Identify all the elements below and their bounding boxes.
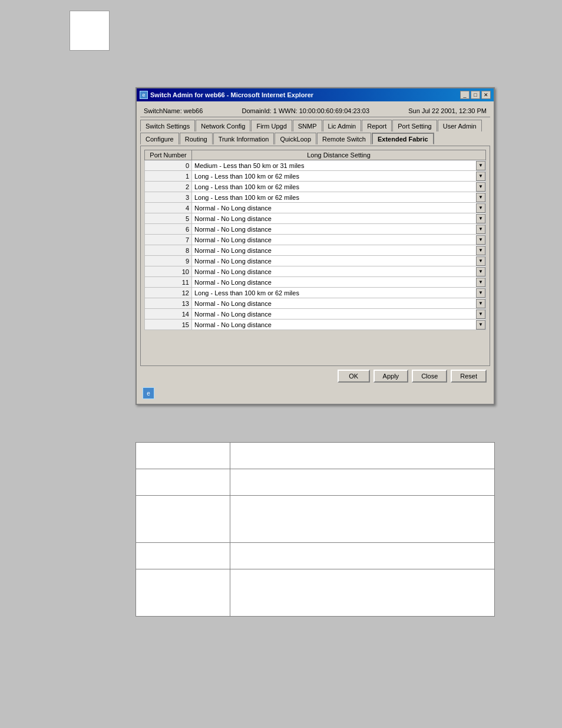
tab-report[interactable]: Report <box>362 120 392 131</box>
setting-cell[interactable]: Normal - No Long distance▼ <box>192 319 486 330</box>
setting-cell[interactable]: Long - Less than 100 km or 62 miles▼ <box>192 182 486 192</box>
dropdown-arrow-icon[interactable]: ▼ <box>476 182 485 192</box>
tab-switch-settings[interactable]: Switch Settings <box>140 120 195 131</box>
setting-cell[interactable]: Normal - No Long distance▼ <box>192 266 486 277</box>
tab-user-admin[interactable]: User Admin <box>438 120 482 131</box>
dropdown-arrow-icon[interactable]: ▼ <box>476 235 485 245</box>
setting-cell[interactable]: Normal - No Long distance▼ <box>192 277 486 288</box>
table-cell <box>230 543 495 569</box>
port-number-cell: 0 <box>145 160 192 171</box>
dropdown-arrow-icon[interactable]: ▼ <box>476 225 485 234</box>
tab-firm-upgd[interactable]: Firm Upgd <box>251 120 292 131</box>
tab-configure[interactable]: Configure <box>140 133 179 144</box>
tab-quickloop[interactable]: QuickLoop <box>275 133 316 144</box>
setting-cell[interactable]: Normal - No Long distance▼ <box>192 256 486 266</box>
title-bar-left: e Switch Admin for web66 - Microsoft Int… <box>140 91 313 99</box>
port-settings-table: Port Number Long Distance Setting 0Mediu… <box>144 150 486 330</box>
tab-routing[interactable]: Routing <box>180 133 213 144</box>
list-item <box>136 469 495 496</box>
close-button[interactable]: ✕ <box>481 91 491 99</box>
close-button-action[interactable]: Close <box>412 370 447 383</box>
table-row: 13Normal - No Long distance▼ <box>145 298 486 309</box>
tab-port-setting[interactable]: Port Setting <box>392 120 437 131</box>
dropdown-arrow-icon[interactable]: ▼ <box>476 214 485 223</box>
port-number-cell: 9 <box>145 256 192 266</box>
dropdown-arrow-icon[interactable]: ▼ <box>476 309 485 319</box>
bottom-plain-table <box>135 442 495 617</box>
setting-cell[interactable]: Normal - No Long distance▼ <box>192 235 486 245</box>
setting-cell[interactable]: Normal - No Long distance▼ <box>192 309 486 319</box>
table-row: 6Normal - No Long distance▼ <box>145 224 486 235</box>
port-number-cell: 12 <box>145 288 192 298</box>
tab-remote-switch[interactable]: Remote Switch <box>317 133 371 144</box>
top-white-rectangle <box>70 11 110 51</box>
dropdown-arrow-icon[interactable]: ▼ <box>476 278 485 287</box>
dropdown-arrow-icon[interactable]: ▼ <box>476 288 485 298</box>
table-cell <box>136 469 230 496</box>
dropdown-arrow-icon[interactable]: ▼ <box>476 193 485 202</box>
dropdown-arrow-icon[interactable]: ▼ <box>476 203 485 213</box>
port-number-cell: 4 <box>145 203 192 213</box>
list-item <box>136 569 495 617</box>
port-number-cell: 6 <box>145 224 192 235</box>
dropdown-arrow-icon[interactable]: ▼ <box>476 161 485 170</box>
setting-cell[interactable]: Normal - No Long distance▼ <box>192 298 486 309</box>
dropdown-arrow-icon[interactable]: ▼ <box>476 299 485 308</box>
dropdown-arrow-icon[interactable]: ▼ <box>476 246 485 255</box>
title-bar: e Switch Admin for web66 - Microsoft Int… <box>137 88 494 101</box>
table-row: 5Normal - No Long distance▼ <box>145 213 486 224</box>
port-number-cell: 15 <box>145 319 192 330</box>
tab-row-2-container: Configure Routing Trunk Information Quic… <box>140 133 490 144</box>
table-cell <box>136 543 230 569</box>
domain-wwn: DomainId: 1 WWN: 10:00:00:60:69:04:23:03 <box>242 107 369 114</box>
setting-cell[interactable]: Normal - No Long distance▼ <box>192 213 486 224</box>
setting-cell[interactable]: Long - Less than 100 km or 62 miles▼ <box>192 171 486 182</box>
tab-snmp[interactable]: SNMP <box>293 120 322 131</box>
port-number-cell: 11 <box>145 277 192 288</box>
table-cell <box>230 496 495 543</box>
table-cell <box>230 443 495 469</box>
tab-extended-fabric[interactable]: Extended Fabric <box>372 133 434 144</box>
port-number-cell: 13 <box>145 298 192 309</box>
apply-button[interactable]: Apply <box>373 370 409 383</box>
ok-button[interactable]: OK <box>338 370 370 383</box>
dropdown-arrow-icon[interactable]: ▼ <box>476 320 485 330</box>
setting-cell[interactable]: Normal - No Long distance▼ <box>192 245 486 256</box>
dropdown-arrow-icon[interactable]: ▼ <box>476 267 485 276</box>
port-number-cell: 1 <box>145 171 192 182</box>
table-row: 11Normal - No Long distance▼ <box>145 277 486 288</box>
setting-cell[interactable]: Normal - No Long distance▼ <box>192 203 486 213</box>
tab-row-1: Switch Settings Network Config Firm Upgd… <box>140 120 490 131</box>
dropdown-arrow-icon[interactable]: ▼ <box>476 172 485 181</box>
bottom-table-section <box>135 442 495 617</box>
minimize-button[interactable]: _ <box>460 91 470 99</box>
tab-network-config[interactable]: Network Config <box>196 120 250 131</box>
setting-cell[interactable]: Long - Less than 100 km or 62 miles▼ <box>192 192 486 203</box>
maximize-button[interactable]: □ <box>471 91 480 99</box>
table-row: 1Long - Less than 100 km or 62 miles▼ <box>145 171 486 182</box>
tab-trunk-info[interactable]: Trunk Information <box>213 133 275 144</box>
port-number-cell: 2 <box>145 182 192 192</box>
list-item <box>136 496 495 543</box>
window-controls: _ □ ✕ <box>460 91 491 99</box>
table-row: 15Normal - No Long distance▼ <box>145 319 486 330</box>
table-row: 14Normal - No Long distance▼ <box>145 309 486 319</box>
col-header-port: Port Number <box>145 150 192 160</box>
reset-button[interactable]: Reset <box>451 370 487 383</box>
port-number-cell: 3 <box>145 192 192 203</box>
setting-cell[interactable]: Medium - Less than 50 km or 31 miles▼ <box>192 160 486 171</box>
browser-window: e Switch Admin for web66 - Microsoft Int… <box>135 87 495 405</box>
list-item <box>136 443 495 469</box>
setting-cell[interactable]: Normal - No Long distance▼ <box>192 224 486 235</box>
tab-lic-admin[interactable]: Lic Admin <box>323 120 362 131</box>
port-number-cell: 7 <box>145 235 192 245</box>
empty-space <box>144 332 486 362</box>
table-row: 8Normal - No Long distance▼ <box>145 245 486 256</box>
ie-icon: e <box>140 91 148 99</box>
port-number-cell: 10 <box>145 266 192 277</box>
setting-cell[interactable]: Long - Less than 100 km or 62 miles▼ <box>192 288 486 298</box>
port-number-cell: 14 <box>145 309 192 319</box>
bottom-ie-icon: e <box>143 387 154 399</box>
dropdown-arrow-icon[interactable]: ▼ <box>476 256 485 266</box>
table-row: 10Normal - No Long distance▼ <box>145 266 486 277</box>
